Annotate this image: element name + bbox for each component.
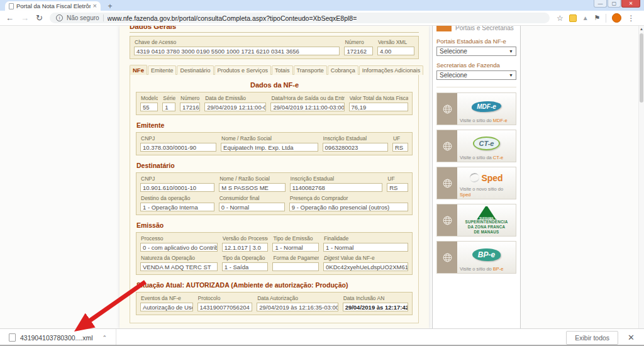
- destinatario-heading: Destinatário: [136, 162, 413, 169]
- field-value: Autorização de Uso: [140, 303, 193, 311]
- badge-mdfe[interactable]: MDF-eVisite o sítio do MDF-e: [436, 92, 516, 125]
- badge-caption-link: BP-e: [493, 266, 504, 272]
- scrollbar-thumb[interactable]: [640, 33, 643, 103]
- badge-suframa[interactable]: SUFRAMASUPERINTENDÊNCIADA ZONA FRANCADE …: [436, 204, 516, 237]
- field-inscricao-estadual: Inscrição Estadual0963280023: [323, 135, 388, 152]
- exibir-autorizacao-button[interactable]: Exibir Autorização de Uso: [136, 323, 226, 323]
- badge-sped[interactable]: SpedVisite o novo sítio do Sped: [436, 167, 516, 199]
- browser-menu-icon[interactable]: ⋮: [627, 14, 635, 23]
- actions-row: Exibir Autorização de Uso Preparar aba p…: [136, 323, 413, 323]
- preparar-documento-button[interactable]: Preparar documento para impressão: [336, 323, 419, 323]
- globe-icon: [437, 130, 457, 162]
- emissao-row: Natureza da OperaçãoVENDA M ADQ TERC STT…: [140, 254, 408, 271]
- destinatario-row: Destino da operação1 - Operação InternaC…: [140, 194, 408, 211]
- extension-icon-2[interactable]: ▲: [582, 14, 589, 21]
- forward-icon[interactable]: →: [21, 14, 29, 22]
- browser-tab-strip: Portal da Nota Fiscal Eletrônica × + — ▢…: [0, 0, 644, 11]
- tab-close-icon[interactable]: ×: [93, 3, 97, 9]
- reload-icon[interactable]: ↻: [36, 14, 43, 22]
- bpe-logo-wrap: BP-e: [460, 243, 513, 266]
- badge-caption: Visite o sítio do MDF-e: [460, 118, 513, 123]
- badge-bpe[interactable]: BP-eVisite o sítio do BP-e: [436, 241, 516, 274]
- preparar-aba-button[interactable]: Preparar aba para impressão: [234, 323, 333, 323]
- security-label: Não seguro: [67, 14, 99, 21]
- field-value: RS: [392, 143, 408, 152]
- vertical-scrollbar[interactable]: ▲: [638, 26, 644, 328]
- field-label: Inscrição Estadual: [323, 135, 388, 142]
- suframa-logo-wrap: SUFRAMA: [460, 206, 513, 220]
- sections: Dados da NF-eModelo55Série1Número172162D…: [136, 81, 413, 315]
- field-label: Consumidor final: [219, 195, 285, 201]
- badge-caption: SUPERINTENDÊNCIADA ZONA FRANCADE MANAUS: [460, 220, 513, 235]
- tab-emitente[interactable]: Emitente: [148, 65, 177, 75]
- tab-nfe[interactable]: NFe: [130, 65, 147, 75]
- flag-icon[interactable]: ⚑: [594, 14, 601, 22]
- portais-estaduais-select[interactable]: Selecione ▼: [436, 47, 516, 56]
- profile-avatar[interactable]: [612, 13, 621, 23]
- badge-caption: Visite o novo sítio do Sped: [460, 186, 513, 198]
- field-forma-de-pagamento: Forma de Pagamento: [272, 254, 319, 271]
- badge-cte[interactable]: CT-eVisite o sítio da CT-e: [436, 130, 516, 162]
- tab-destinatario[interactable]: Destinatário: [177, 65, 213, 75]
- back-icon[interactable]: ←: [6, 14, 14, 22]
- sidebar-header: Portais e Secretarias: [436, 26, 516, 32]
- field-value: 29/04/2019 12:11:00-03:00: [204, 103, 266, 111]
- window-maximize-button[interactable]: ▢: [608, 0, 621, 8]
- bookmark-star-icon[interactable]: ☆: [557, 14, 564, 23]
- emitente-fieldset: CNPJ10.378.030/0001-90Nome / Razão Socia…: [136, 132, 413, 155]
- field-value: 172162: [180, 103, 200, 111]
- tab-cobranca[interactable]: Cobrança: [328, 65, 358, 75]
- download-item[interactable]: 431904103780300....xml ⌃: [5, 329, 111, 346]
- dados-gerais-fieldset: Chave de Acesso4319 0410 3780 3000 0190 …: [130, 36, 419, 59]
- field-value: VENDA M ADQ TERC ST: [140, 262, 218, 271]
- field-serie: Série1: [162, 94, 175, 111]
- field-label: Versão XML: [378, 39, 414, 45]
- field-value: 9 - Operação não presencial (outros): [289, 203, 408, 211]
- toolbar-separator: [606, 14, 606, 23]
- field-modelo: Modelo55: [140, 94, 158, 111]
- dados-nfe-row: Modelo55Série1Número172162Data de Emissã…: [140, 94, 408, 111]
- window-close-button[interactable]: ✕: [621, 0, 640, 8]
- tab-produtos-e-servicos[interactable]: Produtos e Serviços: [214, 65, 272, 75]
- field-value: 1 - Operação Interna: [140, 203, 214, 211]
- field-value: 1: [162, 103, 175, 111]
- sped-logo-icon: Sped: [470, 173, 502, 183]
- tab-transporte[interactable]: Transporte: [294, 65, 327, 75]
- address-bar[interactable]: i Não seguro www.nfe.fazenda.gov.br/port…: [50, 13, 550, 23]
- field-consumidor-final: Consumidor final0 - Normal: [219, 194, 285, 211]
- sidebar-header-title: Portais e Secretarias: [455, 26, 514, 31]
- field-numero: Número172162: [344, 38, 372, 55]
- window-minimize-button[interactable]: —: [594, 0, 607, 8]
- portais-estaduais-select-value: Selecione: [440, 48, 467, 55]
- badge-caption: Visite o sítio da CT-e: [460, 155, 513, 160]
- field-eventos-da-nf-e: Eventos da NF-eAutorização de Uso: [140, 294, 193, 311]
- globe-icon: [437, 204, 457, 236]
- info-icon[interactable]: i: [56, 14, 63, 21]
- download-chip-divider: [116, 329, 116, 346]
- browser-tab[interactable]: Portal da Nota Fiscal Eletrônica ×: [5, 1, 101, 11]
- field-label: Número: [345, 39, 372, 45]
- new-tab-button[interactable]: +: [103, 3, 118, 11]
- tab-informacoes-adicionais[interactable]: Informações Adicionais: [359, 65, 424, 75]
- cte-badge-body: CT-eVisite o sítio da CT-e: [457, 130, 516, 162]
- emissao-fieldset: Processo0 - com aplicativo do Contribuin…: [136, 232, 413, 275]
- download-bar: 431904103780300....xml ⌃ Exibir todos ✕: [0, 328, 644, 346]
- field-label: Valor Total da Nota Fiscal: [350, 95, 408, 101]
- show-all-downloads-button[interactable]: Exibir todos: [566, 331, 618, 345]
- field-label: Data Inclusão AN: [343, 295, 408, 301]
- scrollbar-up-icon[interactable]: ▲: [639, 26, 644, 33]
- chevron-up-icon[interactable]: ⌃: [103, 335, 108, 341]
- extension-icon[interactable]: [569, 14, 577, 22]
- field-value: 10.901.610/0001-10: [140, 183, 214, 192]
- field-label: Tipo de Emissão: [273, 235, 319, 242]
- badge-caption-link: Sped: [460, 192, 471, 198]
- close-download-bar-icon[interactable]: ✕: [628, 333, 635, 342]
- field-digest-value-da-nf-e: Digest Value da NF-e0KDc42xyehUeLdspUO2X…: [323, 254, 408, 271]
- field-destino-da-operacao: Destino da operação1 - Operação Interna: [140, 194, 214, 211]
- field-label: UF: [393, 135, 408, 142]
- tab-totais[interactable]: Totais: [272, 65, 293, 75]
- field-label: Forma de Pagamento: [273, 255, 319, 261]
- secretarias-fazenda-select[interactable]: Selecione ▼: [436, 70, 516, 80]
- field-chave-de-acesso: Chave de Acesso4319 0410 3780 3000 0190 …: [134, 38, 340, 55]
- situacao-row: Eventos da NF-eAutorização de UsoProtoco…: [140, 294, 408, 311]
